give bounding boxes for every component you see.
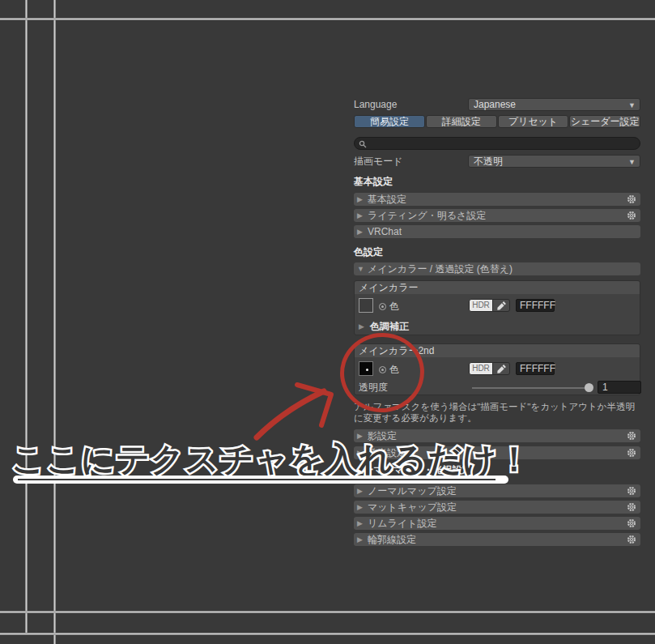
search-input[interactable] <box>354 137 640 150</box>
opacity-slider-handle[interactable] <box>585 383 593 392</box>
render-mode-dropdown-value: 不透明 <box>474 156 503 167</box>
eyedropper-icon[interactable] <box>492 362 510 375</box>
shader-inspector-panel: Language Japanese ▼ 簡易設定 詳細設定 プリセット シェーダ… <box>354 98 640 552</box>
main-color-groupbox-title: メインカラー <box>355 281 640 294</box>
opacity-label: 透明度 <box>359 381 388 394</box>
tab-shader-settings[interactable]: シェーダー設定 <box>569 115 640 128</box>
foldout-triangle-icon: ▶ <box>357 209 363 222</box>
gear-icon[interactable] <box>627 535 636 548</box>
gear-icon[interactable] <box>627 518 636 531</box>
section-header-basic: 基本設定 <box>354 175 393 189</box>
main-color-row: 色 HDR FFFFFF <box>355 298 640 314</box>
tab-simple-settings[interactable]: 簡易設定 <box>354 115 425 128</box>
foldout-triangle-expanded-icon: ▼ <box>357 262 364 275</box>
window-splitter-vertical-1[interactable] <box>25 0 28 634</box>
window-splitter-vertical-2[interactable] <box>53 0 56 644</box>
foldout-triangle-icon: ▶ <box>357 484 363 497</box>
section-header-color: 色設定 <box>354 245 383 259</box>
gear-icon[interactable] <box>627 194 636 207</box>
foldout-triangle-icon: ▶ <box>359 320 364 333</box>
opacity-slider-track[interactable] <box>472 387 590 389</box>
language-dropdown[interactable]: Japanese ▼ <box>468 98 640 111</box>
main-color-2nd-groupbox-title: メインカラー2nd <box>355 344 640 357</box>
settings-tab-bar: 簡易設定 詳細設定 プリセット シェーダー設定 <box>354 115 640 128</box>
opacity-value-field[interactable]: 1 <box>598 381 641 394</box>
hdr-color-button[interactable]: HDR <box>469 362 493 375</box>
foldout-bar-matcap-settings[interactable]: ▶ マットキャップ設定 <box>354 501 640 514</box>
language-label: Language <box>354 98 397 111</box>
texture-thumbnail-dot <box>366 369 368 371</box>
gear-icon[interactable] <box>627 502 636 515</box>
tone-correction-foldout[interactable]: ▶ 色調補正 <box>355 320 640 333</box>
foldout-triangle-icon: ▶ <box>357 533 363 546</box>
window-splitter-horizontal-bottom-1[interactable] <box>0 611 655 613</box>
foldout-triangle-icon: ▶ <box>357 193 363 206</box>
foldout-bar-vrchat[interactable]: ▶ VRChat <box>354 225 640 238</box>
foldout-bar-main-color-transparency[interactable]: ▼ メインカラー / 透過設定 (色替え) <box>354 262 640 275</box>
window-splitter-horizontal-top[interactable] <box>0 18 655 20</box>
foldout-bar-rimlight-settings[interactable]: ▶ リムライト設定 <box>354 517 640 530</box>
main-color-hex-field[interactable]: FFFFFF <box>516 299 555 312</box>
search-icon <box>359 140 367 148</box>
gear-icon[interactable] <box>627 486 636 499</box>
main-color-2nd-groupbox: メインカラー2nd 色 HDR FFFFFF 透明度 1 <box>354 343 640 395</box>
foldout-bar-lighting-settings[interactable]: ▶ ライティング・明るさ設定 <box>354 209 640 222</box>
color-ring-icon <box>379 366 386 373</box>
foldout-bar-normalmap-settings[interactable]: ▶ ノーマルマップ設定 <box>354 484 640 497</box>
alpha-mask-warning-text: アルファマスクを使う場合は"描画モード"をカットアウトか半透明に変更する必要があ… <box>354 401 639 424</box>
language-dropdown-value: Japanese <box>474 99 516 110</box>
chevron-down-icon: ▼ <box>628 100 636 111</box>
foldout-triangle-icon: ▶ <box>357 501 363 514</box>
main-color-2nd-texture-slot[interactable] <box>359 361 373 376</box>
render-mode-dropdown[interactable]: 不透明 ▼ <box>468 155 640 168</box>
opacity-row: 透明度 1 <box>355 381 640 394</box>
main-color-groupbox: メインカラー 色 HDR FFFFFF ▶ 色調補正 <box>354 280 640 335</box>
tab-preset[interactable]: プリセット <box>498 115 569 128</box>
color-ring-icon <box>379 303 386 310</box>
window-splitter-horizontal-bottom-2[interactable] <box>0 633 655 635</box>
chevron-down-icon: ▼ <box>628 156 636 168</box>
gear-icon[interactable] <box>627 211 636 224</box>
main-color-2nd-label: 色 <box>379 363 399 376</box>
foldout-bar-outline-settings[interactable]: ▶ 輪郭線設定 <box>354 533 640 546</box>
main-color-texture-slot[interactable] <box>359 298 373 313</box>
main-color-label: 色 <box>379 300 399 313</box>
foldout-triangle-icon: ▶ <box>357 225 363 238</box>
hdr-color-button[interactable]: HDR <box>469 299 493 312</box>
foldout-bar-basic-settings[interactable]: ▶ 基本設定 <box>354 193 640 206</box>
foldout-triangle-icon: ▶ <box>357 517 363 530</box>
gear-icon[interactable] <box>627 448 636 461</box>
tab-advanced-settings[interactable]: 詳細設定 <box>426 115 497 128</box>
annotation-underline <box>13 476 508 484</box>
render-mode-label: 描画モード <box>354 155 403 168</box>
main-color-2nd-row: 色 HDR FFFFFF <box>355 361 640 377</box>
eyedropper-icon[interactable] <box>492 299 510 312</box>
main-color-2nd-hex-field[interactable]: FFFFFF <box>516 362 555 375</box>
gear-icon[interactable] <box>627 431 636 444</box>
